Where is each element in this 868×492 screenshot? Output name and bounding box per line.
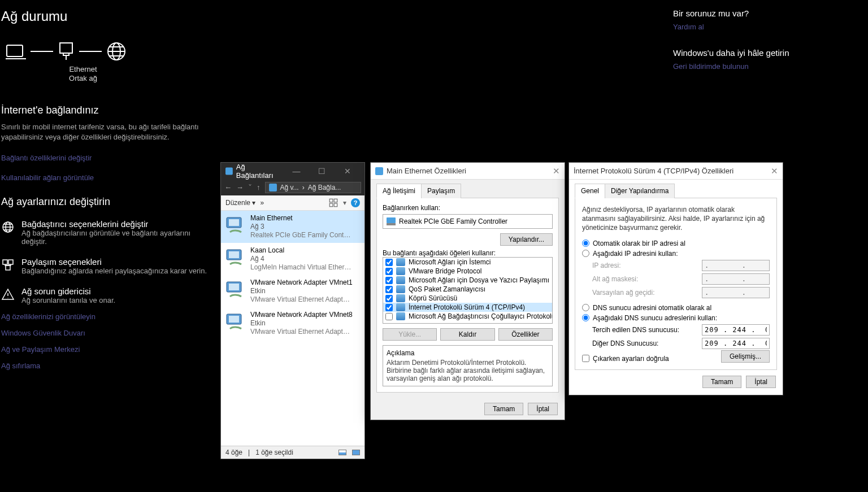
ok-button[interactable]: Tamam (702, 376, 741, 388)
radio-dns-auto-input[interactable] (582, 304, 589, 311)
link-feedback[interactable]: Geri bildirimde bulunun (673, 62, 814, 71)
protocol-list[interactable]: Microsoft Ağları için İstemci VMware Bri… (383, 257, 553, 324)
protocol-item[interactable]: Microsoft Ağları için İstemci (383, 258, 552, 267)
ethernet-icon (375, 167, 383, 175)
tab-alt-config[interactable]: Diğer Yapılandırma (605, 184, 675, 198)
radio-ip-auto-input[interactable] (582, 240, 589, 247)
radio-dns-manual[interactable]: Aşağıdaki DNS sunucu adreslerini kullan: (582, 314, 770, 322)
minimize-button[interactable]: — (284, 167, 309, 176)
setting-adapter-options[interactable]: Bağdaştırıcı seçeneklerini değiştir Ağ b… (1, 219, 216, 246)
settings-panel: Ağ durumu EthernetOrtak ağ İnternet'e ba… (1, 8, 216, 370)
connection-adapter: VMware Virtual Ethernet Adapter ... (250, 328, 352, 336)
protocol-checkbox[interactable] (385, 295, 393, 302)
dns-pref-label: Tercih edilen DNS sunucusu: (592, 326, 702, 334)
svg-rect-10 (269, 184, 277, 191)
forward-button[interactable]: → (236, 183, 244, 192)
radio-dns-auto[interactable]: DNS sunucu adresini otomatik olarak al (582, 304, 770, 312)
link-network-reset[interactable]: Ağ sıfırlama (1, 362, 216, 370)
cancel-button[interactable]: İptal (528, 403, 558, 415)
setting-sharing-options[interactable]: Paylaşım seçenekleri Bağlandığınız ağlar… (1, 257, 216, 275)
view-details-icon[interactable] (338, 450, 346, 455)
diagram-line (31, 51, 53, 52)
close-button[interactable]: ✕ (335, 167, 360, 176)
close-button[interactable]: ✕ (771, 166, 778, 176)
protocol-checkbox[interactable] (385, 277, 393, 284)
history-chevron-icon[interactable]: ˅ (248, 183, 252, 192)
selection-count: 1 öğe seçildi (255, 449, 293, 456)
connection-item[interactable]: Main Ethernet Ağ 3 Realtek PCIe GbE Fami… (221, 211, 364, 243)
view-icons-icon[interactable] (352, 450, 360, 455)
connections-list[interactable]: Main Ethernet Ağ 3 Realtek PCIe GbE Fami… (221, 211, 364, 446)
back-button[interactable]: ← (224, 183, 232, 192)
tab-general[interactable]: Genel (575, 184, 605, 198)
uninstall-button[interactable]: Kaldır (440, 328, 494, 341)
titlebar[interactable]: Main Ethernet Özellikleri ✕ (371, 163, 565, 180)
ethernet-label: EthernetOrtak ağ (66, 65, 100, 84)
titlebar[interactable]: Ağ Bağlantıları — ☐ ✕ (221, 163, 364, 180)
protocol-checkbox[interactable] (385, 268, 393, 275)
protocol-checkbox[interactable] (385, 286, 393, 293)
link-firewall[interactable]: Windows Güvenlik Duvarı (1, 329, 216, 337)
protocol-checkbox[interactable] (385, 259, 393, 266)
link-change-conn-props[interactable]: Bağlantı özelliklerini değiştir (1, 154, 216, 162)
protocol-icon (396, 294, 405, 302)
install-button[interactable]: Yükle... (383, 328, 437, 341)
radio-ip-auto[interactable]: Otomatik olarak bir IP adresi al (582, 240, 770, 247)
protocol-checkbox[interactable] (385, 313, 393, 320)
view-chevron-icon[interactable]: ▾ (343, 199, 346, 207)
ip-address-input (702, 260, 770, 271)
connected-desc: Sınırlı bir mobil internet tarifeniz var… (1, 122, 216, 142)
validate-checkbox[interactable] (582, 355, 589, 362)
link-sharing-center[interactable]: Ağ ve Paylaşım Merkezi (1, 345, 216, 354)
breadcrumb[interactable]: Ağ Bağla... (308, 184, 341, 191)
protocol-item[interactable]: İnternet Protokolü Sürüm 4 (TCP/IPv4) (383, 303, 552, 312)
connection-item[interactable]: Kaan Local Ağ 4 LogMeIn Hamachi Virtual … (221, 243, 364, 275)
dns-pref-input[interactable] (702, 324, 770, 336)
change-settings-heading: Ağ ayarlarınızı değiştirin (1, 196, 216, 208)
organize-menu[interactable]: Düzenle ▾ (225, 199, 255, 207)
breadcrumb[interactable]: Ağ v... (280, 184, 299, 191)
share-icon (1, 258, 15, 272)
connection-item[interactable]: VMware Network Adapter VMnet1 Etkin VMwa… (221, 275, 364, 307)
nav-bar: ← → ˅ ↑ Ağ v... › Ağ Bağla... (221, 180, 364, 195)
svg-rect-24 (387, 217, 396, 223)
toolbar-more[interactable]: » (260, 199, 264, 207)
toolbar: Düzenle ▾ » ▾ ? (221, 195, 364, 211)
setting-row-title: Paylaşım seçenekleri (21, 257, 207, 267)
view-icon[interactable] (328, 198, 338, 208)
protocol-item[interactable]: Microsoft Ağ Bağdaştırıcısı Çoğullayıcı … (383, 312, 552, 321)
address-bar[interactable]: Ağ v... › Ağ Bağla... (265, 182, 362, 193)
maximize-button[interactable]: ☐ (309, 167, 335, 176)
link-view-net-props[interactable]: Ağ özelliklerinizi görüntüleyin (1, 312, 216, 321)
info-text: Ağınız destekliyorsa, IP ayarlarının oto… (582, 205, 770, 233)
dns-alt-input[interactable] (702, 338, 770, 349)
tab-networking[interactable]: Ağ İletişimi (376, 184, 422, 198)
diagram-line (79, 51, 102, 52)
setting-row-title: Ağ sorun gidericisi (21, 286, 115, 296)
cancel-button[interactable]: İptal (746, 376, 776, 388)
protocol-item[interactable]: Köprü Sürücüsü (383, 294, 552, 303)
setting-troubleshooter[interactable]: Ağ sorun gidericisi Ağ sorunlarını tanıl… (1, 286, 216, 304)
radio-dns-manual-input[interactable] (582, 314, 589, 321)
configure-button[interactable]: Yapılandır... (500, 233, 553, 246)
connection-item[interactable]: VMware Network Adapter VMnet8 Etkin VMwa… (221, 307, 364, 339)
radio-ip-manual-input[interactable] (582, 250, 589, 257)
protocol-item[interactable]: VMware Bridge Protocol (383, 267, 552, 276)
items-label: Bu bağlantı aşağıdaki öğeleri kullanır: (383, 249, 496, 257)
gateway-label: Varsayılan ağ geçidi: (592, 289, 702, 297)
advanced-button[interactable]: Gelişmiş... (721, 350, 770, 363)
titlebar[interactable]: İnternet Protokolü Sürüm 4 (TCP/IPv4) Öz… (569, 163, 783, 180)
link-get-help[interactable]: Yardım al (673, 23, 814, 31)
up-button[interactable]: ↑ (257, 183, 261, 192)
protocol-item[interactable]: QoS Paket Zamanlayıcısı (383, 285, 552, 294)
properties-button[interactable]: Özellikler (498, 328, 553, 341)
tab-sharing[interactable]: Paylaşım (421, 184, 461, 198)
ok-button[interactable]: Tamam (484, 403, 523, 415)
help-icon[interactable]: ? (351, 198, 360, 207)
protocol-checkbox[interactable] (385, 304, 393, 311)
protocol-item[interactable]: Microsoft Ağları için Dosya ve Yazıcı Pa… (383, 276, 552, 285)
radio-ip-manual[interactable]: Aşağıdaki IP adresini kullan: (582, 250, 770, 258)
link-show-networks[interactable]: Kullanılabilir ağları görüntüle (1, 173, 216, 182)
close-button[interactable]: ✕ (553, 166, 560, 176)
protocol-label: İnternet Protokolü Sürüm 4 (TCP/IPv4) (409, 303, 525, 311)
